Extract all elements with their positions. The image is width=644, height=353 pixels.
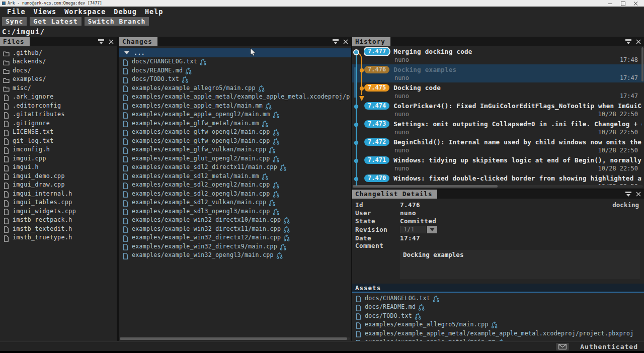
filter-icon[interactable] xyxy=(625,39,632,45)
maximize-button[interactable] xyxy=(621,1,625,6)
history-vscrollbar-thumb[interactable] xyxy=(641,47,643,81)
file-tree-item[interactable]: imgui.cpp xyxy=(0,154,117,163)
asset-row[interactable]: examples/example_apple_metal/example_app… xyxy=(352,329,644,338)
commit-row[interactable]: 7.472 BeginChild(): Internal name used b… xyxy=(352,137,644,155)
changed-file-row[interactable]: examples/example_glut_opengl2/main.cpp xyxy=(119,154,351,163)
changed-file-row[interactable]: examples/example_win32_directx10/main.cp… xyxy=(119,216,351,225)
history-hscrollbar-thumb[interactable] xyxy=(353,185,498,188)
close-panel-icon[interactable] xyxy=(343,39,348,44)
changelist-details-tab[interactable]: Changelist Details xyxy=(352,190,437,199)
minimize-button[interactable] xyxy=(608,1,613,6)
changes-tab[interactable]: Changes xyxy=(119,37,157,46)
file-tree-item[interactable]: .editorconfig xyxy=(0,101,117,110)
changed-file-row[interactable]: examples/example_win32_directx9/main.cpp xyxy=(119,242,351,251)
file-tree-item[interactable]: imgui_widgets.cpp xyxy=(0,207,117,216)
history-tab[interactable]: History xyxy=(352,37,390,46)
changed-file-row[interactable]: docs/TODO.txt xyxy=(119,75,351,84)
file-tree-item[interactable]: backends/ xyxy=(0,57,117,66)
changed-file-row[interactable]: examples/example_glfw_opengl2/main.cpp xyxy=(119,128,351,137)
file-tree-item[interactable]: imgui.h xyxy=(0,163,117,172)
integration-icon xyxy=(418,303,425,310)
changed-file-path: examples/example_sdl2_opengl2/main.cpp xyxy=(132,181,270,188)
toolbar-button[interactable]: Sync xyxy=(2,17,27,26)
file-tree-item[interactable]: imconfig.h xyxy=(0,145,117,154)
revision-dropdown-icon[interactable] xyxy=(427,226,437,233)
toolbar-button[interactable]: Switch Branch xyxy=(85,17,149,26)
commit-row[interactable]: 7.476 Docking examples nuno 17:47 xyxy=(352,64,644,82)
commit-row[interactable]: 7.473 Settings: omit outputing Collapsed… xyxy=(352,119,644,137)
close-panel-icon[interactable] xyxy=(109,39,114,44)
asset-row[interactable]: examples/example_allegro5/main.cpp xyxy=(352,320,644,329)
file-tree-item[interactable]: imgui_demo.cpp xyxy=(0,171,117,181)
files-tab[interactable]: Files xyxy=(0,37,30,46)
mail-icon[interactable] xyxy=(556,343,569,350)
changed-file-row[interactable]: examples/example_apple_opengl2/main.mm xyxy=(119,110,351,119)
menu-item[interactable]: Views xyxy=(30,8,61,16)
changed-file-row[interactable]: examples/example_glfw_metal/main.mm xyxy=(119,119,351,128)
changed-file-row[interactable]: examples/example_win32_directx12/main.cp… xyxy=(119,233,351,242)
close-panel-icon[interactable] xyxy=(636,192,641,197)
filter-icon[interactable] xyxy=(333,39,339,45)
changed-file-row[interactable]: examples/example_apple_metal/main.mm xyxy=(119,101,351,110)
close-panel-icon[interactable] xyxy=(636,39,641,44)
commit-row[interactable]: 7.475 Docking code nuno 17:47 xyxy=(352,82,644,101)
changed-file-row[interactable]: docs/CHANGELOG.txt xyxy=(119,57,351,66)
file-tree-item[interactable]: misc/ xyxy=(0,83,117,93)
file-tree-item[interactable]: imgui_draw.cpp xyxy=(0,181,117,190)
changes-root-row[interactable]: ... xyxy=(119,48,351,57)
id-value: 7.476 xyxy=(400,201,420,209)
asset-row[interactable]: docs/README.md xyxy=(352,303,644,312)
file-tree-item[interactable]: .gitignore xyxy=(0,119,117,128)
file-icon xyxy=(355,312,362,319)
changed-file-row[interactable]: examples/example_win32_directx11/main.cp… xyxy=(119,224,351,233)
asset-path: examples/example_apple_metal/main.mm xyxy=(365,338,496,341)
history-hscrollbar[interactable] xyxy=(353,185,643,188)
asset-row[interactable]: docs/CHANGELOG.txt xyxy=(352,294,644,303)
file-tree-item[interactable]: git_log.txt xyxy=(0,136,117,145)
file-tree-item[interactable]: imstb_truetype.h xyxy=(0,233,117,242)
changed-file-row[interactable]: examples/example_apple_metal/example_app… xyxy=(119,93,351,102)
file-tree-item[interactable]: LICENSE.txt xyxy=(0,128,117,137)
changed-file-row[interactable]: examples/example_sdl2_directx11/main.cpp xyxy=(119,163,351,172)
menu-item[interactable]: File xyxy=(3,8,30,16)
file-tree-item[interactable]: imgui_tables.cpp xyxy=(0,198,117,207)
file-tree-item[interactable]: imstb_textedit.h xyxy=(0,224,117,233)
toolbar-button[interactable]: Get Latest xyxy=(30,17,81,26)
file-tree-item[interactable]: imgui_internal.h xyxy=(0,189,117,198)
asset-row[interactable]: docs/TODO.txt xyxy=(352,311,644,320)
asset-row[interactable]: examples/example_apple_metal/main.mm xyxy=(352,338,644,341)
commit-author: nuno xyxy=(394,165,409,172)
changed-file-row[interactable]: docs/README.md xyxy=(119,66,351,75)
filter-icon[interactable] xyxy=(98,39,105,45)
filter-icon[interactable] xyxy=(625,192,632,197)
file-tree-item[interactable]: .gitattributes xyxy=(0,110,117,119)
file-tree-item[interactable]: imstb_rectpack.h xyxy=(0,216,117,225)
changed-file-row[interactable]: examples/example_sdl2_vulkan/main.cpp xyxy=(119,198,351,207)
changed-file-row[interactable]: examples/example_sdl2_opengl3/main.cpp xyxy=(119,189,351,198)
file-tree-item[interactable]: .github/ xyxy=(0,48,117,57)
file-tree-item[interactable]: .ark_ignore xyxy=(0,93,117,102)
changes-hscrollbar-thumb[interactable] xyxy=(120,337,347,340)
changelist-badge: 7.470 xyxy=(364,174,389,182)
commit-row[interactable]: 7.474 ColorPicker4(): Fixed ImGuiColorEd… xyxy=(352,101,644,119)
close-button[interactable] xyxy=(633,1,638,6)
changed-file-row[interactable]: examples/example_sdl3_opengl3/main.cpp xyxy=(119,207,351,216)
menu-item[interactable]: Help xyxy=(141,8,168,16)
changed-file-row[interactable]: examples/example_win32_opengl3/main.cpp xyxy=(119,251,351,260)
revision-value[interactable]: 1/1 xyxy=(400,226,426,233)
changed-file-row[interactable]: examples/example_glfw_vulkan/main.cpp xyxy=(119,145,351,154)
commit-row[interactable]: 7.477 Merging docking code nuno 17:48 xyxy=(352,46,644,64)
menu-item[interactable]: Debug xyxy=(110,8,141,16)
changes-hscrollbar[interactable] xyxy=(120,337,350,340)
changed-file-row[interactable]: examples/example_allegro5/main.cpp xyxy=(119,83,351,93)
changed-file-row[interactable]: examples/example_sdl2_metal/main.mm xyxy=(119,171,351,181)
comment-textarea[interactable]: Docking examples xyxy=(400,250,640,279)
commit-row[interactable]: 7.470 Windows: fixed double-clicked bord… xyxy=(352,173,644,186)
changed-file-row[interactable]: examples/example_glfw_opengl3/main.cpp xyxy=(119,136,351,145)
file-name: backends/ xyxy=(13,58,46,65)
commit-row[interactable]: 7.471 Windows: tidying up skipitems logi… xyxy=(352,155,644,173)
file-tree-item[interactable]: examples/ xyxy=(0,75,117,84)
changed-file-row[interactable]: examples/example_sdl2_opengl2/main.cpp xyxy=(119,181,351,190)
menu-item[interactable]: Workspace xyxy=(60,8,110,16)
file-tree-item[interactable]: docs/ xyxy=(0,66,117,75)
